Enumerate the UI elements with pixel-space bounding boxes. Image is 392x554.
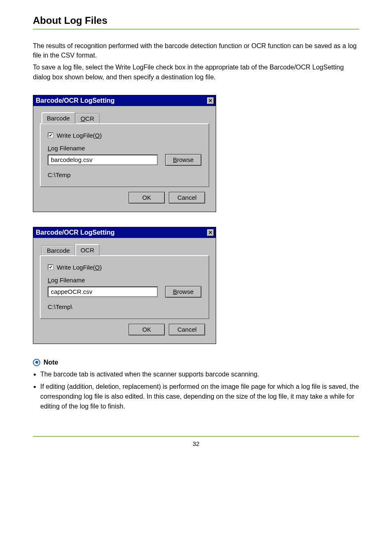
tab-barcode-label: Barcode xyxy=(47,247,70,254)
write-logfile-checkbox[interactable]: ✔ xyxy=(48,264,53,270)
check-icon: ✔ xyxy=(49,133,53,138)
write-logfile-label: Write LogFile(O) xyxy=(57,264,102,271)
close-button[interactable]: ✕ xyxy=(207,97,214,104)
page-number: 32 xyxy=(33,440,359,447)
tab-ocr-rest: CR xyxy=(85,115,95,122)
write-logfile-checkbox[interactable]: ✔ xyxy=(48,132,53,138)
ok-button[interactable]: OK xyxy=(129,324,165,335)
page-title: About Log Files xyxy=(33,15,359,26)
tab-bar: Barcode OCR xyxy=(40,112,209,123)
tab-barcode-label: Barcode xyxy=(47,115,70,122)
browse-accel: B xyxy=(173,288,177,295)
wl-prefix: Write LogFile( xyxy=(57,264,95,271)
cancel-label: Cancel xyxy=(178,194,197,201)
browse-button[interactable]: Browse xyxy=(165,154,201,166)
wl-key: O xyxy=(95,264,100,271)
cancel-label: Cancel xyxy=(178,326,197,333)
wl-suffix: ) xyxy=(100,264,102,271)
close-icon: ✕ xyxy=(208,98,212,104)
note-heading-text: Note xyxy=(44,359,58,366)
tab-barcode[interactable]: Barcode xyxy=(42,112,75,124)
browse-accel: B xyxy=(173,156,177,163)
footer-rule xyxy=(33,436,359,437)
tab-barcode[interactable]: Barcode xyxy=(42,245,75,255)
tab-ocr-label: OCR xyxy=(81,247,94,254)
note-item: If editing (addition, deletion, replacem… xyxy=(40,382,359,411)
browse-rest: rowse xyxy=(177,288,194,295)
title-underline xyxy=(33,29,359,30)
cancel-button[interactable]: Cancel xyxy=(169,192,205,203)
tab-bar: Barcode OCR xyxy=(40,244,209,255)
write-logfile-label: Write LogFile(O) xyxy=(57,132,102,139)
log-path: C:\Temp xyxy=(48,171,201,178)
ok-label: OK xyxy=(142,326,151,333)
log-label-rest: og Filename xyxy=(51,145,85,152)
tab-content: ✔ Write LogFile(O) Log Filename cappeOCR… xyxy=(40,255,209,319)
log-filename-label: Log Filename xyxy=(48,145,201,152)
wl-suffix: ) xyxy=(100,132,102,139)
dialog-title: Barcode/OCR LogSetting xyxy=(36,97,115,104)
intro-paragraph-1: The results of recognition performed wit… xyxy=(33,41,359,60)
browse-rest: rowse xyxy=(177,156,194,163)
log-path: C:\Temp\ xyxy=(48,303,201,310)
log-filename-value: cappeOCR.csv xyxy=(51,288,92,295)
log-label-rest: og Filename xyxy=(51,277,85,284)
dialog-title: Barcode/OCR LogSetting xyxy=(36,229,115,236)
intro-paragraph-2: To save a log file, select the Write Log… xyxy=(33,62,359,81)
tab-content: ✔ Write LogFile(O) Log Filename barcodel… xyxy=(40,123,209,187)
browse-button[interactable]: Browse xyxy=(165,286,201,298)
tab-ocr[interactable]: OCR xyxy=(75,244,99,256)
close-button[interactable]: ✕ xyxy=(207,229,214,236)
logsetting-dialog-barcode: Barcode/OCR LogSetting ✕ Barcode OCR xyxy=(33,95,216,212)
log-filename-label: Log Filename xyxy=(48,277,201,284)
note-icon xyxy=(33,359,40,366)
wl-key: O xyxy=(95,132,100,139)
dialog-titlebar: Barcode/OCR LogSetting ✕ xyxy=(33,227,216,238)
log-filename-value: barcodelog.csv xyxy=(51,156,92,163)
log-filename-input[interactable]: cappeOCR.csv xyxy=(48,286,158,297)
note-item: The barcode tab is activated when the sc… xyxy=(40,369,359,379)
ok-label: OK xyxy=(142,194,151,201)
note-heading: Note xyxy=(33,359,359,366)
logsetting-dialog-ocr: Barcode/OCR LogSetting ✕ Barcode OCR xyxy=(33,227,216,344)
wl-prefix: Write LogFile( xyxy=(57,132,95,139)
note-list: The barcode tab is activated when the sc… xyxy=(33,369,359,411)
close-icon: ✕ xyxy=(208,230,212,235)
log-filename-input[interactable]: barcodelog.csv xyxy=(48,155,158,165)
cancel-button[interactable]: Cancel xyxy=(169,324,205,335)
check-icon: ✔ xyxy=(49,265,53,270)
tab-ocr-accel: O xyxy=(81,115,85,122)
tab-ocr[interactable]: OCR xyxy=(75,113,99,123)
ok-button[interactable]: OK xyxy=(129,192,165,203)
dialog-titlebar: Barcode/OCR LogSetting ✕ xyxy=(33,95,216,106)
